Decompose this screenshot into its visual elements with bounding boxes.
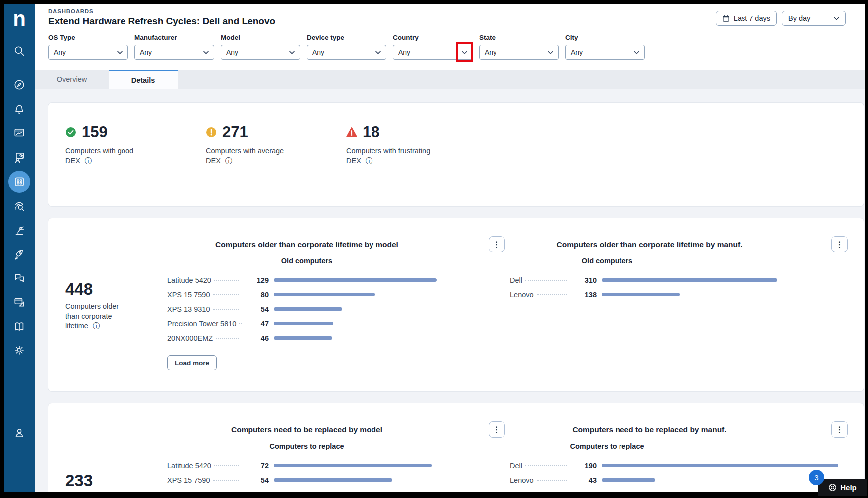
help-button[interactable]: Help <box>818 479 867 496</box>
bar <box>274 278 437 282</box>
sidebar-item-dashboard-grid[interactable] <box>8 171 30 193</box>
filter-select[interactable]: Any <box>221 45 300 60</box>
good-status-icon <box>65 127 76 138</box>
chevron-down-icon <box>117 51 123 54</box>
load-more-button[interactable]: Load more <box>167 355 217 370</box>
filter-select[interactable]: Any <box>479 45 559 60</box>
content-area: 159 Computers with goodDEX ⓘ 271 Compute… <box>35 89 865 492</box>
filter-select[interactable]: Any <box>565 45 645 60</box>
chart-column-header: Old computers <box>247 257 367 266</box>
sidebar-item-rocket[interactable] <box>8 244 30 265</box>
sidebar-item-robot-arm[interactable] <box>8 219 30 241</box>
tab-overview[interactable]: Overview <box>35 70 109 89</box>
robot-arm-icon <box>13 224 25 236</box>
bar <box>602 293 680 296</box>
kpi: 159 Computers with goodDEX ⓘ <box>65 124 206 206</box>
sidebar-item-window-design[interactable] <box>8 291 30 313</box>
granularity-select[interactable]: By day <box>782 11 846 26</box>
kebab-menu-button[interactable]: ⋮ <box>489 421 505 438</box>
main-area: DASHBOARDS Extend Hardware Refresh Cycle… <box>35 4 865 492</box>
bar <box>274 293 375 296</box>
sidebar-item-gear[interactable] <box>8 339 30 361</box>
page-title: Extend Hardware Refresh Cycles: Dell and… <box>48 16 275 27</box>
average-status-icon <box>206 127 217 138</box>
fingerprint-search-icon <box>13 200 25 212</box>
leader-dots <box>537 480 567 481</box>
window-design-icon <box>13 296 25 308</box>
kpi-label: Computers with frustratingDEX ⓘ <box>346 146 441 166</box>
chevron-down-icon <box>634 51 639 54</box>
filter-label: OS Type <box>48 34 128 41</box>
filter-city: City Any <box>565 34 645 60</box>
chart-column-header: Old computers <box>547 257 667 266</box>
bar <box>274 336 332 340</box>
info-icon[interactable]: ⓘ <box>85 156 92 166</box>
bar-value: 310 <box>575 276 597 284</box>
bar <box>602 464 838 467</box>
sidebar-item-user[interactable] <box>8 423 30 445</box>
bar-label: XPS 13 9310 <box>167 305 210 313</box>
bar-label: Dell <box>510 462 522 470</box>
calendar-icon <box>722 15 730 22</box>
kebab-menu-button[interactable]: ⋮ <box>489 236 505 252</box>
bar-row: Lenovo 138 <box>510 287 853 302</box>
chart-column-header: Computers to replace <box>247 442 367 451</box>
bar <box>274 307 342 311</box>
leader-dots <box>213 294 239 295</box>
filter-select[interactable]: Any <box>307 45 386 60</box>
sidebar-item-search[interactable] <box>8 40 30 62</box>
lifebuoy-icon <box>828 483 837 492</box>
filter-select[interactable]: Any <box>393 45 473 60</box>
bar-chart: Computers need to be replaced by manuf. … <box>510 421 853 492</box>
sidebar: n <box>4 4 35 492</box>
filter-select[interactable]: Any <box>134 45 214 60</box>
sidebar-item-fingerprint-search[interactable] <box>8 195 30 217</box>
filter-state: State Any <box>479 34 559 60</box>
leader-dots <box>213 309 239 310</box>
filter-os-type: OS Type Any <box>48 34 128 60</box>
filter-value: Any <box>312 48 324 56</box>
kpi-label: Computers with averageDEX ⓘ <box>206 146 300 166</box>
chevron-down-icon <box>203 51 209 54</box>
bar-label: Precision Tower 5810 <box>167 320 236 328</box>
bar-value: 72 <box>247 462 269 470</box>
chevron-down-icon <box>462 51 467 54</box>
leader-dots <box>537 294 567 295</box>
bar <box>274 478 392 482</box>
summary-value: 448 <box>65 280 160 299</box>
info-icon[interactable]: ⓘ <box>93 321 100 331</box>
sidebar-item-monitor-chart[interactable] <box>8 122 30 144</box>
compass-icon <box>13 79 25 91</box>
sidebar-item-bell[interactable] <box>8 98 30 120</box>
dashboard-grid-icon <box>13 176 25 188</box>
bar-value: 190 <box>575 462 597 470</box>
kebab-menu-button[interactable]: ⋮ <box>831 421 848 438</box>
bar-row: XPS 13 9310 54 <box>167 302 510 316</box>
summary-block: 448 Computers olderthan corporatelifetim… <box>65 236 167 391</box>
info-icon[interactable]: ⓘ <box>225 156 232 166</box>
help-label: Help <box>840 483 857 492</box>
bar-row: Precision Tower 5810 47 <box>167 316 510 331</box>
sidebar-item-chat[interactable] <box>8 267 30 289</box>
kpi-value: 18 <box>363 124 379 141</box>
leader-dots <box>525 280 567 281</box>
kpi-value: 271 <box>222 124 248 141</box>
sidebar-item-book[interactable] <box>8 315 30 337</box>
tab-details[interactable]: Details <box>109 70 178 89</box>
filter-value: Any <box>226 48 238 56</box>
granularity-value: By day <box>788 14 810 22</box>
user-monitor-icon <box>13 151 25 163</box>
notification-badge[interactable]: 3 <box>809 470 824 485</box>
chart-title: Computers need to be replaced by model <box>167 425 446 434</box>
filter-select[interactable]: Any <box>48 45 128 60</box>
bar-value: 80 <box>247 291 269 299</box>
filter-label: Device type <box>307 34 386 41</box>
app-window: n DASHBOARDS Extend Hardware Refresh Cyc… <box>4 4 865 492</box>
kebab-menu-button[interactable]: ⋮ <box>831 236 848 252</box>
bar-row: Lenovo 43 <box>510 473 853 487</box>
info-icon[interactable]: ⓘ <box>366 156 372 166</box>
date-range-button[interactable]: Last 7 days <box>716 11 777 26</box>
leader-dots <box>214 280 239 281</box>
sidebar-item-user-monitor[interactable] <box>8 146 30 168</box>
sidebar-item-compass[interactable] <box>8 74 30 96</box>
